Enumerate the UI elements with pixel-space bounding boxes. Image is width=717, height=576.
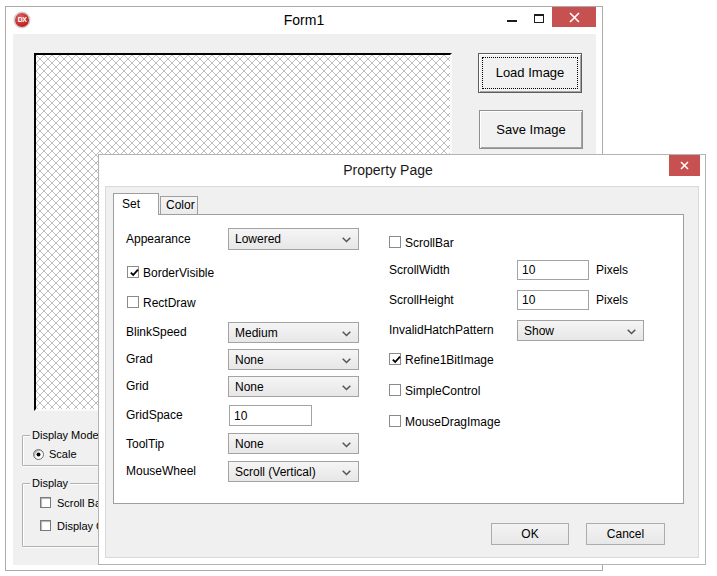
maximize-icon[interactable] (534, 14, 544, 23)
mouse-drag-image-label[interactable]: MouseDragImage (405, 416, 500, 428)
chevron-down-icon (342, 385, 351, 391)
load-image-button[interactable]: Load Image (478, 53, 582, 93)
scroll-width-unit: Pixels (596, 264, 628, 276)
border-visible-checkbox[interactable] (127, 266, 139, 278)
tab-color[interactable]: Color (160, 196, 198, 214)
refine-1bit-image-label[interactable]: Refine1BitImage (405, 354, 494, 366)
close-icon (569, 12, 580, 23)
grid-space-input[interactable] (229, 405, 312, 426)
chevron-down-icon (627, 329, 636, 335)
tab-set[interactable]: Set (113, 193, 159, 215)
scroll-height-label: ScrollHeight (389, 294, 454, 306)
display-caption: Display (30, 477, 70, 490)
blink-speed-label: BlinkSpeed (126, 326, 187, 338)
scroll-width-label: ScrollWidth (389, 264, 450, 276)
invalid-hatch-pattern-select[interactable]: Show (517, 320, 644, 341)
save-image-button[interactable]: Save Image (479, 110, 583, 149)
tool-tip-select[interactable]: None (228, 433, 359, 454)
combo-value: Show (524, 325, 554, 337)
scroll-height-input[interactable] (517, 290, 589, 310)
mouse-wheel-label: MouseWheel (126, 465, 196, 477)
dialog-close-button[interactable] (669, 155, 700, 176)
scroll-width-input[interactable] (517, 260, 589, 280)
rect-draw-checkbox[interactable] (127, 296, 139, 308)
combo-value: None (235, 438, 264, 450)
scale-radio-label[interactable]: Scale (49, 449, 77, 460)
border-visible-label[interactable]: BorderVisible (143, 267, 214, 279)
cancel-button[interactable]: Cancel (586, 523, 665, 545)
combo-value: Lowered (235, 233, 281, 245)
grid-space-label: GridSpace (126, 409, 183, 421)
chevron-down-icon (342, 470, 351, 476)
ok-button[interactable]: OK (491, 523, 569, 545)
grid-label: Grid (126, 380, 149, 392)
simple-control-checkbox[interactable] (389, 384, 401, 396)
chevron-down-icon (342, 237, 351, 243)
combo-value: None (235, 354, 264, 366)
combo-value: None (235, 381, 264, 393)
chevron-down-icon (342, 442, 351, 448)
scroll-bar-checkbox[interactable] (40, 497, 51, 508)
close-button[interactable] (552, 7, 596, 27)
minimize-icon[interactable] (507, 20, 517, 22)
rect-draw-label[interactable]: RectDraw (143, 297, 196, 309)
dialog-title: Property Page (99, 161, 705, 180)
invalid-hatch-pattern-label: InvalidHatchPattern (389, 324, 494, 336)
save-image-button-label: Save Image (496, 122, 565, 137)
mouse-wheel-select[interactable]: Scroll (Vertical) (228, 461, 359, 482)
checkmark-icon (391, 354, 402, 365)
blink-speed-select[interactable]: Medium (228, 322, 359, 343)
appearance-label: Appearance (126, 233, 191, 245)
appearance-select[interactable]: Lowered (228, 228, 359, 250)
scroll-height-unit: Pixels (596, 294, 628, 306)
chevron-down-icon (342, 358, 351, 364)
chevron-down-icon (342, 331, 351, 337)
scale-radio[interactable] (33, 449, 44, 460)
focus-rectangle (482, 57, 578, 89)
grad-label: Grad (126, 353, 153, 365)
grad-select[interactable]: None (228, 349, 359, 370)
display-grid-checkbox[interactable] (40, 520, 51, 531)
simple-control-label[interactable]: SimpleControl (405, 385, 480, 397)
dialog-close-icon (680, 161, 689, 170)
checkmark-icon (129, 267, 140, 278)
combo-value: Medium (235, 327, 278, 339)
scroll-bar-dialog-checkbox[interactable] (389, 236, 401, 248)
scroll-bar-dialog-label[interactable]: ScrollBar (405, 237, 454, 249)
display-mode-caption: Display Mode (30, 429, 101, 442)
refine-1bit-image-checkbox[interactable] (389, 353, 401, 365)
tool-tip-label: ToolTip (126, 438, 164, 450)
combo-value: Scroll (Vertical) (235, 466, 316, 478)
mouse-drag-image-checkbox[interactable] (389, 415, 401, 427)
property-page-dialog: Property Page Set Color Appearance Lower… (98, 154, 706, 565)
grid-select[interactable]: None (228, 376, 359, 397)
form1-titlebar[interactable]: DX Form1 (6, 7, 602, 34)
radio-dot (37, 453, 40, 456)
